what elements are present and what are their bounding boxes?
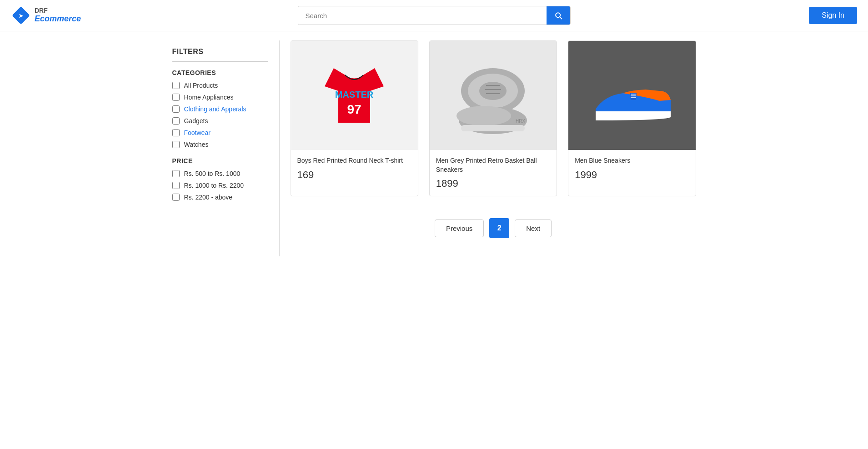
category-item-clothing[interactable]: Clothing and Apperals bbox=[172, 105, 268, 113]
product-image-product-2: HRX bbox=[430, 41, 557, 150]
svg-text:97: 97 bbox=[347, 102, 361, 116]
product-card-product-1[interactable]: MASTER 97 Boys Red Printed Round Neck T-… bbox=[291, 40, 418, 196]
checkbox-footwear[interactable] bbox=[172, 129, 180, 136]
price-item-price-500-1000[interactable]: Rs. 500 to Rs. 1000 bbox=[172, 170, 268, 177]
product-name-product-2: Men Grey Printed Retro Basket Ball Sneak… bbox=[436, 156, 550, 174]
logo-drf: DRF bbox=[35, 7, 81, 14]
checkbox-home-appliances[interactable] bbox=[172, 94, 180, 101]
product-info-product-1: Boys Red Printed Round Neck T-shirt 169 bbox=[291, 150, 418, 187]
header: ➤ DRF Ecommerce Sign In bbox=[0, 0, 868, 31]
checkbox-gadgets[interactable] bbox=[172, 117, 180, 125]
svg-text:➤: ➤ bbox=[19, 13, 24, 19]
product-price-product-1: 169 bbox=[297, 169, 411, 181]
sign-in-button[interactable]: Sign In bbox=[809, 7, 857, 24]
product-image-product-3 bbox=[568, 41, 695, 150]
categories-list: All Products Home Appliances Clothing an… bbox=[172, 82, 268, 148]
category-item-gadgets[interactable]: Gadgets bbox=[172, 117, 268, 125]
price-label-price-2200-above: Rs. 2200 - above bbox=[184, 194, 233, 201]
checkbox-clothing[interactable] bbox=[172, 105, 180, 113]
pagination: Previous 2 Next bbox=[291, 218, 696, 256]
sidebar-divider bbox=[172, 61, 268, 62]
header-right: Sign In bbox=[766, 7, 857, 24]
category-label-all-products: All Products bbox=[184, 82, 218, 89]
price-heading: PRICE bbox=[172, 157, 268, 165]
product-name-product-3: Men Blue Sneakers bbox=[575, 156, 689, 165]
product-info-product-2: Men Grey Printed Retro Basket Ball Sneak… bbox=[430, 150, 557, 196]
logo-ecommerce: Ecommerce bbox=[35, 15, 81, 24]
product-area: MASTER 97 Boys Red Printed Round Neck T-… bbox=[280, 40, 707, 256]
price-item-price-1000-2200[interactable]: Rs. 1000 to Rs. 2200 bbox=[172, 182, 268, 189]
category-item-watches[interactable]: Watches bbox=[172, 141, 268, 148]
category-label-footwear: Footwear bbox=[184, 129, 211, 136]
svg-text:HRX: HRX bbox=[516, 119, 525, 124]
price-list: Rs. 500 to Rs. 1000 Rs. 1000 to Rs. 2200… bbox=[172, 170, 268, 201]
product-card-product-3[interactable]: Men Blue Sneakers 1999 bbox=[568, 40, 696, 196]
logo-area: ➤ DRF Ecommerce bbox=[11, 5, 102, 25]
checkbox-price-1000-2200[interactable] bbox=[172, 182, 180, 189]
main-layout: FILTERS CATEGORIES All Products Home App… bbox=[161, 31, 707, 265]
product-info-product-3: Men Blue Sneakers 1999 bbox=[568, 150, 695, 187]
category-label-home-appliances: Home Appliances bbox=[184, 94, 234, 101]
svg-point-11 bbox=[457, 106, 511, 126]
logo-icon: ➤ bbox=[11, 5, 31, 25]
next-button[interactable]: Next bbox=[515, 220, 552, 237]
logo-text: DRF Ecommerce bbox=[35, 7, 81, 23]
checkbox-watches[interactable] bbox=[172, 141, 180, 148]
category-item-all-products[interactable]: All Products bbox=[172, 82, 268, 89]
svg-rect-12 bbox=[461, 125, 525, 131]
category-item-footwear[interactable]: Footwear bbox=[172, 129, 268, 136]
checkbox-price-2200-above[interactable] bbox=[172, 194, 180, 201]
search-input[interactable] bbox=[298, 6, 547, 25]
price-label-price-500-1000: Rs. 500 to Rs. 1000 bbox=[184, 170, 241, 177]
search-wrapper bbox=[298, 6, 571, 25]
product-image-product-1: MASTER 97 bbox=[291, 41, 418, 150]
product-card-product-2[interactable]: HRX Men Grey Printed Retro Basket Ball S… bbox=[429, 40, 557, 196]
category-label-watches: Watches bbox=[184, 141, 209, 148]
checkbox-all-products[interactable] bbox=[172, 82, 180, 89]
product-grid: MASTER 97 Boys Red Printed Round Neck T-… bbox=[291, 40, 696, 196]
search-icon bbox=[554, 11, 563, 20]
product-price-product-3: 1999 bbox=[575, 169, 689, 181]
filters-title: FILTERS bbox=[172, 48, 268, 56]
product-name-product-1: Boys Red Printed Round Neck T-shirt bbox=[297, 156, 411, 165]
category-label-clothing: Clothing and Apperals bbox=[184, 105, 246, 113]
price-section: PRICE Rs. 500 to Rs. 1000 Rs. 1000 to Rs… bbox=[172, 157, 268, 201]
categories-heading: CATEGORIES bbox=[172, 69, 268, 76]
price-item-price-2200-above[interactable]: Rs. 2200 - above bbox=[172, 194, 268, 201]
checkbox-price-500-1000[interactable] bbox=[172, 170, 180, 177]
product-price-product-2: 1899 bbox=[436, 178, 550, 190]
svg-text:MASTER: MASTER bbox=[335, 90, 374, 100]
page-number-2[interactable]: 2 bbox=[489, 218, 509, 238]
sidebar: FILTERS CATEGORIES All Products Home App… bbox=[161, 40, 280, 256]
search-area bbox=[102, 6, 766, 25]
category-item-home-appliances[interactable]: Home Appliances bbox=[172, 94, 268, 101]
price-label-price-1000-2200: Rs. 1000 to Rs. 2200 bbox=[184, 182, 244, 189]
svg-point-6 bbox=[479, 82, 507, 100]
search-button[interactable] bbox=[547, 6, 570, 25]
previous-button[interactable]: Previous bbox=[435, 220, 484, 237]
category-label-gadgets: Gadgets bbox=[184, 117, 208, 125]
